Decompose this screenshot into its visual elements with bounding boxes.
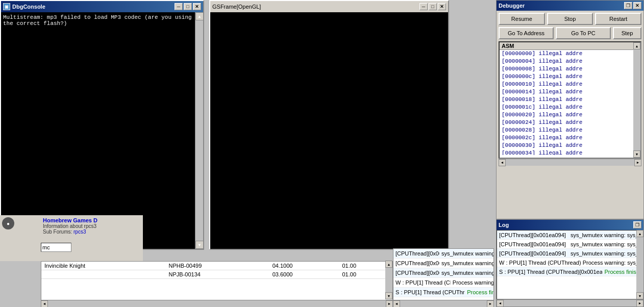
- log-line: [CPUThread][0x001ea094]sys_lwmutex warni…: [497, 231, 643, 240]
- asm-scrollbar[interactable]: ▲ ▼: [633, 42, 640, 158]
- asm-line: [0000001c] illegal addre: [502, 104, 638, 111]
- console-scrollbar[interactable]: ▲ ▼: [195, 12, 203, 249]
- bottom-log-line: W : PPU[1] Thread (CPUThread)[0x001ea0ac…: [393, 278, 493, 288]
- mc-input[interactable]: [41, 243, 71, 252]
- log-scroll-up[interactable]: ▲: [636, 230, 643, 237]
- asm-line: [00000014] illegal addre: [502, 88, 638, 96]
- log-hscroll[interactable]: ◄ ►: [497, 299, 643, 306]
- asm-hscroll-track[interactable]: [506, 159, 634, 166]
- table-hscroll-right[interactable]: ►: [386, 300, 393, 308]
- forum-title[interactable]: Homebrew Games D: [43, 217, 141, 223]
- resume-button[interactable]: Resume: [499, 13, 545, 25]
- asm-line: [00000034] illegal addre: [502, 149, 638, 155]
- bottom-log-msg: sys_lwmutex warning: sys_lwmute: [439, 260, 493, 266]
- log-msg: sys_lwmutex warning: sys_lwmute: [568, 241, 643, 247]
- console-body: Multistream: mp3 failed to load MP3 code…: [1, 12, 203, 249]
- bottom-log-line: S : PPU[1] Thread (CPUThread)[0x001ea0ac…: [393, 288, 493, 297]
- bottom-log-area: [CPUThread][0x001ea094]sys_lwmutex warni…: [393, 248, 494, 307]
- debugger-content: Resume Stop Restart Go To Address Go To …: [497, 11, 643, 168]
- asm-line: [00000030] illegal addre: [502, 142, 638, 149]
- asm-line: [0000000c] illegal addre: [502, 73, 638, 81]
- bottom-log-thread: W : PPU[1] Thread (CPUThread)[0x001ea0ac…: [393, 279, 451, 286]
- mc-input-container: [41, 243, 71, 252]
- log-thread: S : PPU[1] Thread (CPUThread)[0x001ea0ac…: [497, 269, 602, 275]
- debugger-close-btn[interactable]: ✕: [633, 2, 641, 9]
- bottom-hscroll-track[interactable]: [400, 300, 487, 307]
- table-row[interactable]: Invincible KnightNPHB-0049904.100001.00: [41, 262, 392, 270]
- log-title: Log: [499, 222, 509, 228]
- gsframe-body: [210, 12, 448, 249]
- maximize-button[interactable]: □: [184, 3, 192, 10]
- bottom-log-thread: S : PPU[1] Thread (CPUThread)[0x001ea0ac…: [393, 289, 465, 295]
- log-scroll-down[interactable]: ▼: [636, 292, 643, 299]
- log-hscroll-left[interactable]: ◄: [497, 300, 504, 307]
- log-line: W : PPU[1] Thread (CPUThread)[0x001ea0ac…: [497, 258, 643, 267]
- log-restore-btn[interactable]: ❐: [633, 221, 641, 228]
- debugger-title: Debugger: [499, 3, 525, 9]
- bottom-hscroll-right[interactable]: ►: [487, 300, 494, 308]
- asm-line: [00000024] illegal addre: [502, 119, 638, 126]
- log-scrollbar[interactable]: ▲ ▼: [636, 230, 643, 299]
- asm-hscroll[interactable]: ◄ ►: [499, 159, 641, 166]
- table-hscroll-track[interactable]: [48, 300, 386, 307]
- log-thread: [CPUThread][0x001ea094]: [497, 241, 568, 247]
- forum-section: ●: [0, 215, 41, 261]
- game-table: Invincible KnightNPHB-0049904.100001.00N…: [41, 262, 392, 279]
- log-msg: sys_lwmutex warning: sys_lwmute: [568, 250, 643, 257]
- table-hscroll-left[interactable]: ◄: [41, 300, 48, 308]
- bottom-log-msg: sys_lwmutex warning: sys_lwmute: [439, 250, 493, 257]
- gsframe-title: GSFrame[OpenGL]: [212, 4, 261, 10]
- asm-hscroll-right[interactable]: ►: [634, 159, 641, 166]
- table-row[interactable]: NPJB-0013403.600001.00: [41, 270, 392, 279]
- debugger-window: Debugger ❐ ✕ Resume Stop Restart Go To A…: [496, 0, 644, 219]
- asm-line: [00000008] illegal addre: [502, 65, 638, 73]
- log-msg: sys_lwmutex warning: sys_lwmute: [568, 232, 643, 238]
- asm-hscroll-left[interactable]: ◄: [499, 159, 506, 166]
- log-thread: W : PPU[1] Thread (CPUThread)[0x001ea0ac…: [497, 260, 581, 266]
- forum-avatar: ●: [2, 217, 14, 229]
- table-hscroll[interactable]: ◄ ►: [41, 300, 393, 307]
- asm-line: [00000028] illegal addre: [502, 126, 638, 134]
- sub-forums-label: Sub Forums:: [43, 229, 72, 235]
- dbg-console-titlebar: ▣ DbgConsole ─ □ ✕: [1, 1, 203, 12]
- asm-line: [00000020] illegal addre: [502, 111, 638, 119]
- scroll-up-btn[interactable]: ▲: [195, 12, 203, 20]
- asm-scroll-down[interactable]: ▼: [633, 150, 640, 158]
- log-window: Log ❐ [CPUThread][0x001ea094]sys_lwmutex…: [496, 219, 644, 307]
- gsframe-minimize-button[interactable]: ─: [419, 3, 428, 10]
- asm-scroll-up[interactable]: ▲: [633, 42, 640, 49]
- asm-line: [00000000] illegal addre: [502, 50, 638, 58]
- go-to-address-button[interactable]: Go To Address: [499, 27, 554, 39]
- log-hscroll-track[interactable]: [504, 300, 636, 306]
- log-thread: [CPUThread][0x001ea094]: [497, 232, 568, 238]
- step-button[interactable]: Step: [613, 27, 641, 39]
- asm-content: [00000000] illegal addre[00000004] illeg…: [500, 50, 640, 155]
- dbg-console-title: DbgConsole: [12, 4, 45, 10]
- table-scroll-up[interactable]: ▲: [385, 261, 392, 268]
- bottom-log-hscroll[interactable]: ◄ ►: [393, 300, 494, 307]
- log-thread: [CPUThread][0x001ea094]: [497, 250, 568, 257]
- asm-panel: ASM [00000000] illegal addre[00000004] i…: [499, 41, 641, 159]
- bottom-log-msg: sys_lwmutex warning: sys_lwmute: [439, 270, 493, 276]
- table-scrollbar-v[interactable]: ▲ ▼: [385, 261, 392, 299]
- stop-button[interactable]: Stop: [547, 13, 593, 25]
- gsframe-maximize-button[interactable]: □: [429, 3, 437, 10]
- debugger-nav-buttons: Go To Address Go To PC Step: [499, 27, 641, 39]
- table-scroll-down[interactable]: ▼: [385, 292, 392, 299]
- bottom-log-line: [CPUThread][0x001ea094]sys_lwmutex warni…: [393, 259, 493, 268]
- bottom-log-thread: [CPUThread][0x001ea094]: [393, 260, 439, 266]
- minimize-button[interactable]: ─: [175, 3, 183, 10]
- bottom-log-msg: Process warning: sys_process_ex: [451, 279, 493, 286]
- log-content: [CPUThread][0x001ea094]sys_lwmutex warni…: [497, 230, 643, 299]
- bottom-hscroll-left[interactable]: ◄: [393, 300, 400, 308]
- gsframe-close-button[interactable]: ✕: [438, 3, 446, 10]
- debugger-restore-btn[interactable]: ❐: [624, 2, 632, 9]
- close-button[interactable]: ✕: [193, 3, 201, 10]
- log-hscroll-right[interactable]: ►: [636, 300, 643, 307]
- asm-line: [00000018] illegal addre: [502, 96, 638, 104]
- sub-forums-link[interactable]: rpcs3: [73, 229, 86, 235]
- restart-button[interactable]: Restart: [595, 13, 641, 25]
- scroll-down-btn[interactable]: ▼: [195, 241, 203, 249]
- asm-line: [00000010] illegal addre: [502, 81, 638, 88]
- go-to-pc-button[interactable]: Go To PC: [556, 27, 611, 39]
